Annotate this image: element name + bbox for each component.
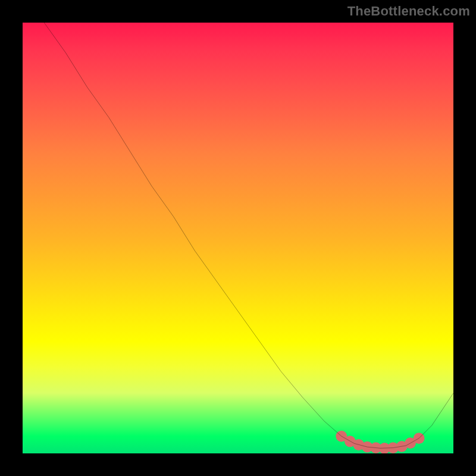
watermark-text: TheBottleneck.com [347, 4, 470, 19]
chart-plot-area [23, 23, 453, 453]
chart-svg [23, 23, 453, 453]
highlight-markers [336, 431, 424, 453]
chart-frame: TheBottleneck.com [0, 0, 476, 476]
bottleneck-curve [44, 23, 453, 448]
